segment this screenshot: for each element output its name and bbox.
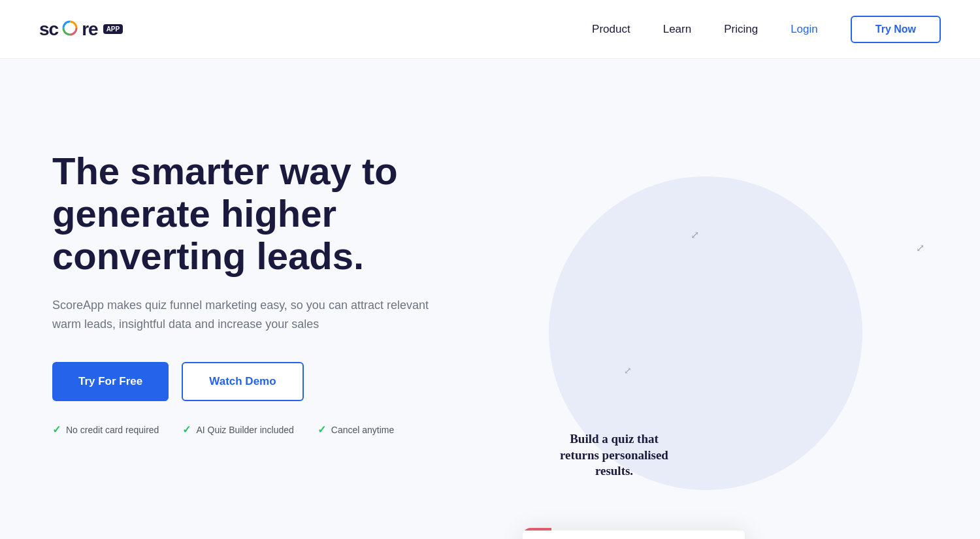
expand-icon-top: ⤢ <box>691 229 699 241</box>
hero-section: The smarter way to generate higher conve… <box>0 59 980 539</box>
quiz-card-header <box>523 531 745 539</box>
hero-checks: ✓ No credit card required ✓ AI Quiz Buil… <box>52 423 497 436</box>
check-no-credit-card: ✓ No credit card required <box>52 423 159 436</box>
logo-text: sc <box>39 19 58 40</box>
hero-buttons: Try For Free Watch Demo <box>52 362 497 401</box>
checkmark-icon-2: ✓ <box>182 423 191 436</box>
nav-links: Product Learn Pricing Login Try Now <box>592 16 941 43</box>
hero-headline: The smarter way to generate higher conve… <box>52 150 457 278</box>
hero-left: The smarter way to generate higher conve… <box>52 111 497 436</box>
logo-circle-icon <box>62 20 78 36</box>
check-ai-quiz: ✓ AI Quiz Builder included <box>182 423 293 436</box>
nav-pricing[interactable]: Pricing <box>724 23 758 36</box>
logo-o <box>62 20 78 39</box>
expand-icon-results: ⤢ <box>916 242 924 254</box>
expand-icon-bottom: ⤢ <box>624 365 632 376</box>
watch-demo-button[interactable]: Watch Demo <box>182 362 303 401</box>
logo[interactable]: sc re APP <box>39 19 123 40</box>
navigation: sc re APP Product Learn Pricing Login Tr… <box>0 0 980 59</box>
checkmark-icon-3: ✓ <box>318 423 326 436</box>
hero-subtext: ScoreApp makes quiz funnel marketing eas… <box>52 296 431 334</box>
background-blob <box>549 176 862 490</box>
try-for-free-button[interactable]: Try For Free <box>52 362 169 401</box>
check-label-3: Cancel anytime <box>331 425 395 435</box>
check-label-2: AI Quiz Builder included <box>196 425 293 435</box>
hero-illustrations: Build a quiz thatreturns personalisedres… <box>497 111 941 536</box>
nav-try-now-button[interactable]: Try Now <box>851 16 941 43</box>
check-label-1: No credit card required <box>66 425 159 435</box>
logo-app-badge: APP <box>103 24 123 34</box>
logo-text-re: re <box>82 19 97 40</box>
nav-login[interactable]: Login <box>791 23 818 36</box>
checkmark-icon: ✓ <box>52 423 61 436</box>
check-cancel: ✓ Cancel anytime <box>318 423 395 436</box>
nav-learn[interactable]: Learn <box>663 23 691 36</box>
quiz-question-card: ← BACK Do you measure your daily calorie… <box>523 528 745 539</box>
nav-product[interactable]: Product <box>592 23 630 36</box>
